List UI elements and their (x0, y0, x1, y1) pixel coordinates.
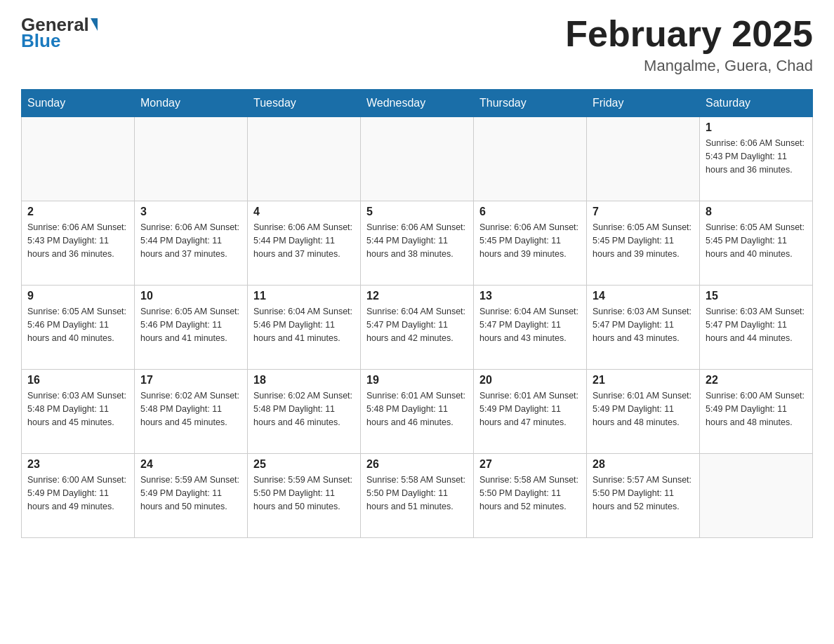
day-info: Sunrise: 6:03 AM Sunset: 5:48 PM Dayligh… (27, 389, 128, 429)
location-subtitle: Mangalme, Guera, Chad (565, 57, 813, 75)
logo-triangle-icon (91, 18, 98, 31)
calendar-cell: 10Sunrise: 6:05 AM Sunset: 5:46 PM Dayli… (135, 286, 248, 370)
day-info: Sunrise: 6:03 AM Sunset: 5:47 PM Dayligh… (706, 305, 807, 344)
day-info: Sunrise: 6:00 AM Sunset: 5:49 PM Dayligh… (706, 389, 807, 429)
calendar-cell: 3Sunrise: 6:06 AM Sunset: 5:44 PM Daylig… (135, 201, 248, 286)
day-number: 18 (253, 374, 355, 387)
calendar-cell: 17Sunrise: 6:02 AM Sunset: 5:48 PM Dayli… (135, 370, 248, 454)
day-number: 3 (140, 206, 241, 218)
calendar-cell: 13Sunrise: 6:04 AM Sunset: 5:47 PM Dayli… (474, 286, 587, 370)
day-number: 5 (366, 206, 468, 218)
day-info: Sunrise: 6:04 AM Sunset: 5:47 PM Dayligh… (366, 305, 468, 344)
calendar-cell (587, 117, 700, 201)
day-info: Sunrise: 6:06 AM Sunset: 5:44 PM Dayligh… (140, 221, 241, 260)
day-number: 15 (706, 290, 807, 302)
weekday-header-friday: Friday (587, 90, 700, 117)
logo-blue-text: Blue (21, 30, 60, 51)
calendar-cell (248, 117, 361, 201)
day-number: 13 (479, 290, 581, 302)
day-info: Sunrise: 6:05 AM Sunset: 5:46 PM Dayligh… (27, 305, 128, 344)
calendar-cell (135, 117, 248, 201)
day-info: Sunrise: 6:06 AM Sunset: 5:45 PM Dayligh… (479, 221, 581, 260)
day-info: Sunrise: 6:06 AM Sunset: 5:44 PM Dayligh… (253, 221, 355, 260)
day-number: 4 (253, 206, 355, 218)
day-info: Sunrise: 6:06 AM Sunset: 5:43 PM Dayligh… (706, 137, 807, 176)
calendar-cell: 21Sunrise: 6:01 AM Sunset: 5:49 PM Dayli… (587, 370, 700, 454)
day-info: Sunrise: 5:58 AM Sunset: 5:50 PM Dayligh… (479, 474, 581, 513)
calendar-cell: 18Sunrise: 6:02 AM Sunset: 5:48 PM Dayli… (248, 370, 361, 454)
calendar-cell: 16Sunrise: 6:03 AM Sunset: 5:48 PM Dayli… (22, 370, 135, 454)
calendar-week-row: 23Sunrise: 6:00 AM Sunset: 5:49 PM Dayli… (22, 454, 813, 538)
calendar-cell: 12Sunrise: 6:04 AM Sunset: 5:47 PM Dayli… (361, 286, 474, 370)
day-info: Sunrise: 6:01 AM Sunset: 5:48 PM Dayligh… (366, 389, 468, 429)
day-number: 16 (27, 374, 128, 387)
day-info: Sunrise: 5:59 AM Sunset: 5:50 PM Dayligh… (253, 474, 355, 513)
calendar-cell: 27Sunrise: 5:58 AM Sunset: 5:50 PM Dayli… (474, 454, 587, 538)
day-info: Sunrise: 6:01 AM Sunset: 5:49 PM Dayligh… (479, 389, 581, 429)
day-number: 23 (27, 458, 128, 471)
calendar-cell: 22Sunrise: 6:00 AM Sunset: 5:49 PM Dayli… (700, 370, 813, 454)
calendar-cell: 14Sunrise: 6:03 AM Sunset: 5:47 PM Dayli… (587, 286, 700, 370)
day-number: 25 (253, 458, 355, 471)
calendar-cell: 7Sunrise: 6:05 AM Sunset: 5:45 PM Daylig… (587, 201, 700, 286)
day-info: Sunrise: 6:06 AM Sunset: 5:43 PM Dayligh… (27, 221, 128, 260)
weekday-header-wednesday: Wednesday (361, 90, 474, 117)
day-number: 21 (593, 374, 694, 387)
day-number: 8 (706, 206, 807, 218)
day-number: 22 (706, 374, 807, 387)
day-info: Sunrise: 5:58 AM Sunset: 5:50 PM Dayligh… (366, 474, 468, 513)
day-number: 20 (479, 374, 581, 387)
weekday-header-monday: Monday (135, 90, 248, 117)
day-number: 6 (479, 206, 581, 218)
calendar-cell: 23Sunrise: 6:00 AM Sunset: 5:49 PM Dayli… (22, 454, 135, 538)
day-number: 2 (27, 206, 128, 218)
calendar-cell: 8Sunrise: 6:05 AM Sunset: 5:45 PM Daylig… (700, 201, 813, 286)
day-number: 9 (27, 290, 128, 302)
day-number: 1 (706, 121, 807, 134)
weekday-header-row: SundayMondayTuesdayWednesdayThursdayFrid… (22, 90, 813, 117)
calendar-cell: 15Sunrise: 6:03 AM Sunset: 5:47 PM Dayli… (700, 286, 813, 370)
weekday-header-thursday: Thursday (474, 90, 587, 117)
day-number: 12 (366, 290, 468, 302)
day-info: Sunrise: 5:57 AM Sunset: 5:50 PM Dayligh… (593, 474, 694, 513)
day-number: 28 (593, 458, 694, 471)
calendar-cell: 25Sunrise: 5:59 AM Sunset: 5:50 PM Dayli… (248, 454, 361, 538)
calendar-week-row: 1Sunrise: 6:06 AM Sunset: 5:43 PM Daylig… (22, 117, 813, 201)
weekday-header-saturday: Saturday (700, 90, 813, 117)
day-info: Sunrise: 6:00 AM Sunset: 5:49 PM Dayligh… (27, 474, 128, 513)
calendar-cell: 4Sunrise: 6:06 AM Sunset: 5:44 PM Daylig… (248, 201, 361, 286)
day-info: Sunrise: 6:04 AM Sunset: 5:46 PM Dayligh… (253, 305, 355, 344)
day-info: Sunrise: 6:06 AM Sunset: 5:44 PM Dayligh… (366, 221, 468, 260)
calendar-cell: 1Sunrise: 6:06 AM Sunset: 5:43 PM Daylig… (700, 117, 813, 201)
page-header: General Blue February 2025 Mangalme, Gue… (21, 14, 813, 75)
calendar-cell (361, 117, 474, 201)
calendar-cell: 19Sunrise: 6:01 AM Sunset: 5:48 PM Dayli… (361, 370, 474, 454)
day-info: Sunrise: 6:02 AM Sunset: 5:48 PM Dayligh… (140, 389, 241, 429)
calendar-cell: 9Sunrise: 6:05 AM Sunset: 5:46 PM Daylig… (22, 286, 135, 370)
weekday-header-tuesday: Tuesday (248, 90, 361, 117)
day-number: 14 (593, 290, 694, 302)
day-info: Sunrise: 6:05 AM Sunset: 5:45 PM Dayligh… (706, 221, 807, 260)
day-number: 10 (140, 290, 241, 302)
day-info: Sunrise: 6:01 AM Sunset: 5:49 PM Dayligh… (593, 389, 694, 429)
day-number: 27 (479, 458, 581, 471)
day-info: Sunrise: 6:02 AM Sunset: 5:48 PM Dayligh… (253, 389, 355, 429)
calendar-cell: 11Sunrise: 6:04 AM Sunset: 5:46 PM Dayli… (248, 286, 361, 370)
calendar-cell: 28Sunrise: 5:57 AM Sunset: 5:50 PM Dayli… (587, 454, 700, 538)
calendar-week-row: 9Sunrise: 6:05 AM Sunset: 5:46 PM Daylig… (22, 286, 813, 370)
day-number: 19 (366, 374, 468, 387)
calendar-cell (700, 454, 813, 538)
day-info: Sunrise: 6:04 AM Sunset: 5:47 PM Dayligh… (479, 305, 581, 344)
title-area: February 2025 Mangalme, Guera, Chad (565, 14, 813, 75)
calendar-cell: 2Sunrise: 6:06 AM Sunset: 5:43 PM Daylig… (22, 201, 135, 286)
day-number: 11 (253, 290, 355, 302)
calendar-cell (22, 117, 135, 201)
calendar-cell: 26Sunrise: 5:58 AM Sunset: 5:50 PM Dayli… (361, 454, 474, 538)
calendar-week-row: 2Sunrise: 6:06 AM Sunset: 5:43 PM Daylig… (22, 201, 813, 286)
calendar-cell: 5Sunrise: 6:06 AM Sunset: 5:44 PM Daylig… (361, 201, 474, 286)
weekday-header-sunday: Sunday (22, 90, 135, 117)
day-info: Sunrise: 6:05 AM Sunset: 5:45 PM Dayligh… (593, 221, 694, 260)
day-info: Sunrise: 6:05 AM Sunset: 5:46 PM Dayligh… (140, 305, 241, 344)
day-number: 24 (140, 458, 241, 471)
calendar-cell: 24Sunrise: 5:59 AM Sunset: 5:49 PM Dayli… (135, 454, 248, 538)
